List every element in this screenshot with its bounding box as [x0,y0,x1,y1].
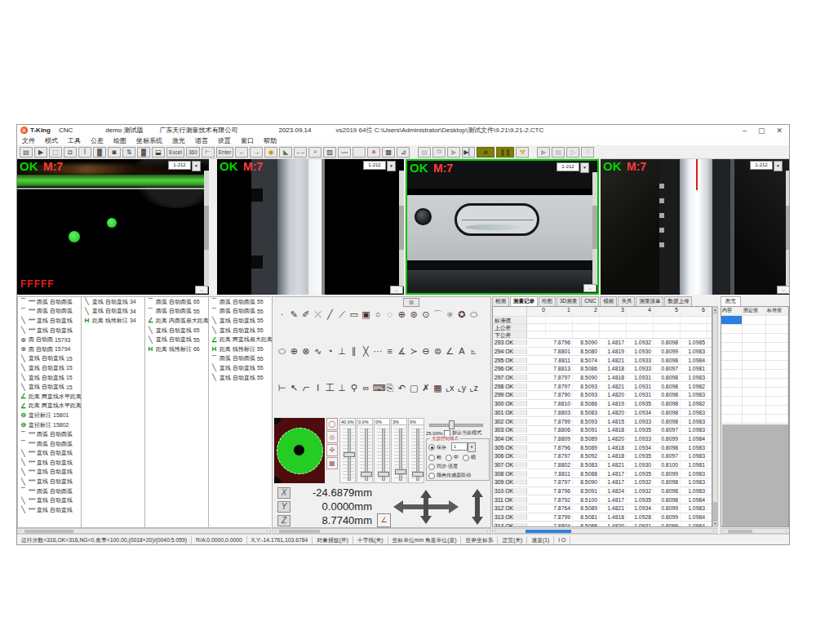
ring-grid-button[interactable]: ▦ [326,457,338,469]
table-hscrollbar[interactable]: ‹› [492,528,717,534]
menu-item-1[interactable]: 文件 [17,136,40,145]
circle-cross-icon[interactable]: ⊕ [397,309,407,321]
pick-edge-icon[interactable]: ✐ [300,309,311,321]
dashed-circle-icon[interactable]: ◌ [384,309,395,321]
tolerance-row[interactable]: 上公差 [493,324,712,331]
coord-z-icon[interactable]: ⌞z [468,382,479,394]
tolerance-row[interactable]: 下公差 [493,331,712,339]
list-item[interactable]: ╲*** 直线 自动直线 [18,505,81,515]
cross-lines-icon[interactable]: ⤫ [313,309,323,321]
toolbar-360-button[interactable]: 360 [186,147,200,158]
element-row[interactable] [721,388,788,397]
toolbar-zoom-tool-button[interactable]: ⌕ [308,147,322,158]
master-brightness-slider[interactable] [426,420,490,428]
coord-y-icon[interactable]: ⌞y [456,382,467,394]
camera4-scrollbar[interactable] [786,171,790,286]
save-slot-combo[interactable]: 1 ▼ [451,442,476,452]
copy-icon[interactable]: ⎘ [384,382,395,394]
list-item[interactable]: ╲直线 自动直线15 [18,382,81,392]
list-item[interactable]: ╲直线 自动直线15 [18,354,81,364]
camera1-resize-handle[interactable]: ⇔ [195,286,208,294]
menu-item-10[interactable]: 窗口 [236,136,259,145]
element-row[interactable] [721,325,788,334]
list-item[interactable]: ⌒*** 圆弧 自动圆弧 [18,486,81,496]
camera-3-view-selected[interactable]: OK M:7 1-212 ▼ ⇔ [406,159,599,295]
channel-slider-4[interactable]: 3% [391,418,407,483]
circle-double-icon[interactable]: ⊜ [432,345,443,358]
tab-夹具[interactable]: 夹具 [618,296,635,306]
menu-item-8[interactable]: 语言 [190,136,213,145]
circle-star-icon[interactable]: ✪ [456,309,467,321]
camera2-resize-handle[interactable]: ⇔ [390,286,403,294]
toolbar-run-to-end-button[interactable]: ▶▏ [462,147,475,158]
list-item[interactable]: ╲直线 自动直线65 [145,326,208,335]
list-item[interactable]: ⊖直径标注15801 [18,411,81,420]
midpanel-hscrollbar[interactable]: ‹› [272,528,491,534]
slider-thumb[interactable] [412,472,424,477]
list-item[interactable]: ╲直线 自动直线34 [82,297,144,307]
list-item[interactable]: ╲直线 自动直线55 [209,363,272,373]
right-angle-icon[interactable]: ⦜ [468,345,479,358]
list-item[interactable]: ∠距离 两直线水平距离 [18,392,81,402]
tab-3D测量[interactable]: 3D测量 [557,296,580,306]
camera3-scrollbar[interactable] [592,172,597,285]
angle-icon[interactable]: ∠ [445,345,455,358]
element-row[interactable] [721,352,788,361]
list-item[interactable]: ⌒*** 圆弧 自动圆弧 [18,297,81,307]
list-item[interactable]: ⌒*** 圆弧 自动圆弧 [18,429,81,439]
scroll-up-icon[interactable]: ▲ [713,307,717,313]
sync-intensity-radio[interactable] [428,464,435,470]
filled-circle-x-icon[interactable]: ⊗ [300,345,311,358]
toolbar-stage-2-button[interactable]: ◙ [108,147,121,158]
list-item[interactable]: ∠距离 内圆弧最大距离 [145,316,208,326]
camera4-zoom-dropdown[interactable]: 1-212 ▼ [750,161,783,171]
point-icon[interactable]: · [277,309,287,321]
partial-arc-icon[interactable]: ◔ [325,345,335,358]
table-row[interactable]: 304 OK7.88098.50891.48201.09330.80991.09… [493,435,712,444]
list-item[interactable]: ⌒*** 圆弧 自动圆弧 [18,307,81,317]
toolbar-contour-button[interactable]: 〰 [338,147,351,158]
level-radio-2[interactable] [446,455,452,461]
wave-icon[interactable]: ∿ [313,345,323,358]
element-row[interactable] [721,406,788,415]
close-button[interactable]: ✕ [776,127,783,135]
element-row[interactable] [721,379,788,388]
list-item[interactable]: H距离 线性标注55 [209,344,272,354]
chevron-down-icon[interactable]: ▼ [468,442,476,452]
ellipse-2-icon[interactable]: ⬭ [277,345,287,358]
palette-collapse-button[interactable]: ▥ [403,298,419,307]
camera1-scrollbar[interactable] [204,171,209,286]
tab-数据上传[interactable]: 数据上传 [664,296,692,306]
ring-quadrant-button[interactable]: ✣ [326,444,338,456]
point-set-icon[interactable]: ⋯ [373,345,384,358]
region-icon[interactable]: ▢ [409,382,419,394]
menu-item-4[interactable]: 公差 [86,136,109,145]
table-row[interactable]: 296 OK7.88138.50861.48181.09330.80971.09… [493,365,712,374]
camera3-zoom-dropdown[interactable]: 1-212 ▼ [557,162,589,173]
table-row[interactable]: 314 OK7.88048.50881.48201.09310.80991.09… [493,522,712,527]
vertex-icon[interactable]: ≻ [409,345,419,358]
element-row[interactable] [721,370,788,379]
beam-icon[interactable]: 工 [325,382,335,394]
list-item[interactable]: ╲直线 自动直线55 [145,335,208,344]
toolbar-open-button[interactable]: ▶ [34,147,47,158]
list-item[interactable]: ⌒*** 圆弧 自动圆弧 [18,439,81,449]
toolbar-select-button[interactable]: ⬚ [49,147,62,158]
menu-item-6[interactable]: 坐标系统 [131,136,167,145]
undo-icon[interactable]: ↶ [397,382,407,394]
toolbar-cancel-button[interactable]: ⤫ [581,147,594,158]
element-row[interactable] [721,415,788,424]
table-row[interactable]: 300 OK7.88108.50861.48191.09350.80981.09… [493,400,712,409]
height-icon[interactable]: Ⅰ [313,382,323,394]
list-item[interactable]: ⌒圆弧 自动圆弧55 [145,307,208,317]
list-item[interactable]: ╲直线 自动直线55 [209,373,272,383]
toolbar-batch-button[interactable]: ⧉ [432,147,446,158]
toolbar-blank-button[interactable] [353,147,366,158]
list-item[interactable]: ⌒圆弧 自动圆弧65 [145,297,208,307]
list-item[interactable]: ⊖直径标注15802 [18,420,81,430]
toolbar-arrow-left-button[interactable]: ← [235,147,248,158]
toolbar-dash-button[interactable]: ‒ ‒ [294,147,307,158]
slider-thumb[interactable] [395,469,406,474]
table-row[interactable]: 305 OK7.87968.50891.48181.09340.80981.09… [493,443,712,452]
toolbar-open-2-button[interactable]: ▷ [566,147,579,158]
